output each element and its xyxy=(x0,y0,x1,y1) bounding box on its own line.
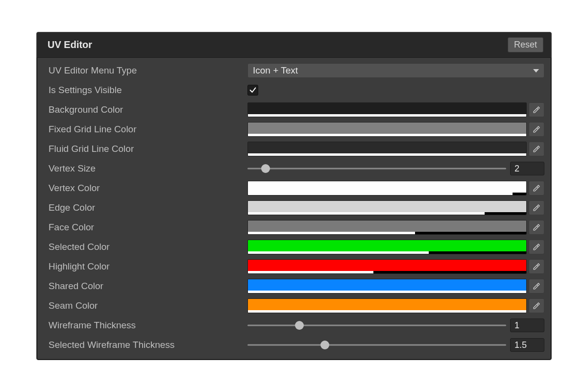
reset-button[interactable]: Reset xyxy=(508,37,543,52)
eyedropper-button[interactable] xyxy=(529,102,544,117)
wireframe-thickness-slider[interactable] xyxy=(247,320,506,330)
row-wireframe-thickness: Wireframe Thickness 1 xyxy=(42,316,546,335)
label-selected-color: Selected Color xyxy=(42,242,247,252)
label-background-color: Background Color xyxy=(42,104,247,115)
label-settings-visible: Is Settings Visible xyxy=(42,85,247,96)
eyedropper-button[interactable] xyxy=(529,240,544,254)
highlight-color-swatch[interactable] xyxy=(247,259,527,274)
eyedropper-button[interactable] xyxy=(529,122,544,137)
check-icon xyxy=(249,86,257,94)
face-color-swatch[interactable] xyxy=(247,220,527,235)
panel-body: UV Editor Menu Type Icon + Text Is Setti… xyxy=(37,58,551,360)
menu-type-dropdown[interactable]: Icon + Text xyxy=(247,63,544,78)
row-vertex-size: Vertex Size 2 xyxy=(42,159,546,178)
eyedropper-icon xyxy=(532,203,541,212)
eyedropper-button[interactable] xyxy=(529,259,544,274)
row-shared-color: Shared Color xyxy=(42,276,546,296)
eyedropper-button[interactable] xyxy=(529,200,544,215)
selected-color-swatch[interactable] xyxy=(247,240,527,254)
row-menu-type: UV Editor Menu Type Icon + Text xyxy=(42,61,546,80)
row-vertex-color: Vertex Color xyxy=(42,178,546,198)
panel-header: UV Editor Reset xyxy=(37,32,551,58)
slider-handle[interactable] xyxy=(295,321,304,330)
background-color-swatch[interactable] xyxy=(247,102,527,117)
eyedropper-icon xyxy=(532,184,541,193)
eyedropper-button[interactable] xyxy=(529,220,544,235)
selected-wireframe-thickness-slider[interactable] xyxy=(247,340,506,350)
shared-color-swatch[interactable] xyxy=(247,279,527,294)
row-background-color: Background Color xyxy=(42,100,546,120)
row-fixed-grid-color: Fixed Grid Line Color xyxy=(42,120,546,139)
label-edge-color: Edge Color xyxy=(42,202,247,213)
slider-handle[interactable] xyxy=(320,341,329,349)
wireframe-thickness-value[interactable]: 1 xyxy=(510,318,544,332)
label-face-color: Face Color xyxy=(42,222,247,233)
label-wireframe-thickness: Wireframe Thickness xyxy=(42,320,247,331)
row-fluid-grid-color: Fluid Grid Line Color xyxy=(42,139,546,159)
menu-type-value: Icon + Text xyxy=(253,65,298,76)
row-seam-color: Seam Color xyxy=(42,296,546,316)
row-settings-visible: Is Settings Visible xyxy=(42,80,546,100)
fixed-grid-color-swatch[interactable] xyxy=(247,122,527,137)
eyedropper-icon xyxy=(532,243,541,251)
vertex-color-swatch[interactable] xyxy=(247,181,527,196)
row-face-color: Face Color xyxy=(42,218,546,237)
label-vertex-size: Vertex Size xyxy=(42,163,247,174)
panel-title: UV Editor xyxy=(48,39,92,50)
row-selected-color: Selected Color xyxy=(42,237,546,257)
dropdown-caret-icon xyxy=(533,69,539,73)
eyedropper-icon xyxy=(532,125,541,134)
eyedropper-icon xyxy=(532,223,541,232)
eyedropper-button[interactable] xyxy=(529,181,544,196)
label-selected-wireframe-thickness: Selected Wireframe Thickness xyxy=(42,340,247,350)
eyedropper-button[interactable] xyxy=(529,279,544,294)
label-seam-color: Seam Color xyxy=(42,300,247,311)
eyedropper-icon xyxy=(532,145,541,153)
eyedropper-icon xyxy=(532,105,541,114)
vertex-size-value[interactable]: 2 xyxy=(510,162,544,175)
row-selected-wireframe-thickness: Selected Wireframe Thickness 1.5 xyxy=(42,335,546,355)
eyedropper-button[interactable] xyxy=(529,142,544,156)
selected-wireframe-thickness-value[interactable]: 1.5 xyxy=(510,338,544,352)
label-fluid-grid-color: Fluid Grid Line Color xyxy=(42,144,247,154)
seam-color-swatch[interactable] xyxy=(247,298,527,313)
slider-handle[interactable] xyxy=(261,164,270,173)
row-highlight-color: Highlight Color xyxy=(42,257,546,276)
eyedropper-icon xyxy=(532,262,541,271)
label-vertex-color: Vertex Color xyxy=(42,183,247,194)
uv-editor-panel: UV Editor Reset UV Editor Menu Type Icon… xyxy=(36,32,552,360)
label-highlight-color: Highlight Color xyxy=(42,261,247,272)
settings-visible-checkbox[interactable] xyxy=(247,85,258,96)
eyedropper-icon xyxy=(532,301,541,310)
edge-color-swatch[interactable] xyxy=(247,200,527,215)
alpha-fill xyxy=(248,114,526,117)
label-menu-type: UV Editor Menu Type xyxy=(42,65,247,76)
label-fixed-grid-color: Fixed Grid Line Color xyxy=(42,124,247,135)
label-shared-color: Shared Color xyxy=(42,281,247,292)
eyedropper-button[interactable] xyxy=(529,298,544,313)
eyedropper-icon xyxy=(532,282,541,291)
vertex-size-slider[interactable] xyxy=(247,164,506,173)
fluid-grid-color-swatch[interactable] xyxy=(247,142,527,156)
row-edge-color: Edge Color xyxy=(42,198,546,218)
